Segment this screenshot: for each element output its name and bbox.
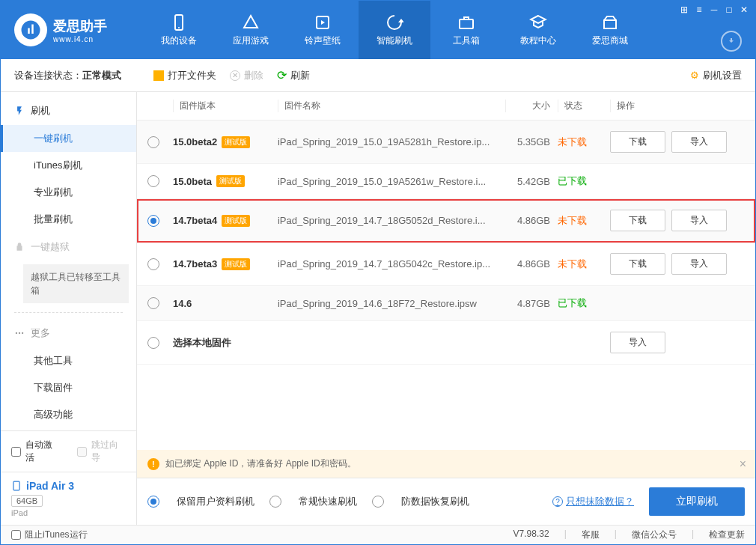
sidebar-item-flash-0[interactable]: 一键刷机	[1, 125, 136, 152]
radio-icon	[372, 496, 384, 508]
apple-id-warning: ! 如已绑定 Apple ID，请准备好 Apple ID和密码。 ×	[137, 450, 755, 478]
nav-icon	[170, 13, 188, 31]
firmware-version: 14.6	[173, 298, 278, 309]
firmware-size: 5.35GB	[505, 136, 558, 147]
window-apps-icon[interactable]: ⊞	[677, 4, 691, 16]
nav-apps[interactable]: 应用游戏	[215, 1, 287, 59]
flash-icon	[14, 106, 25, 116]
firmware-radio[interactable]	[147, 297, 159, 309]
nav-flash[interactable]: 智能刷机	[359, 1, 430, 59]
nav-ringtone[interactable]: 铃声壁纸	[287, 1, 359, 59]
firmware-radio[interactable]	[147, 337, 159, 349]
window-menu-icon[interactable]: ≡	[692, 4, 706, 16]
nav-device[interactable]: 我的设备	[143, 1, 215, 59]
warning-close-icon[interactable]: ×	[740, 457, 746, 471]
firmware-version: 15.0beta测试版	[173, 175, 278, 187]
sidebar-item-more-1[interactable]: 下载固件	[1, 374, 136, 401]
nav-tutorial[interactable]: 教程中心	[502, 1, 574, 59]
sidebar-flash-head[interactable]: 刷机	[1, 97, 136, 125]
more-icon	[14, 328, 25, 338]
erase-data-link[interactable]: ? 只想抹除数据？	[552, 495, 634, 508]
wechat-link[interactable]: 微信公众号	[632, 529, 677, 541]
folder-icon	[153, 70, 164, 81]
delete-icon: ✕	[230, 70, 240, 81]
import-button[interactable]: 导入	[610, 332, 665, 353]
window-minimize-icon[interactable]: ─	[707, 4, 721, 16]
sidebar-item-flash-1[interactable]: iTunes刷机	[1, 152, 136, 179]
nav-icon	[529, 13, 547, 31]
beta-tag: 测试版	[222, 215, 250, 227]
firmware-row[interactable]: 选择本地固件 导入	[137, 321, 755, 365]
sidebar-item-flash-3[interactable]: 批量刷机	[1, 206, 136, 233]
customer-service-link[interactable]: 客服	[582, 529, 600, 541]
keep-data-option[interactable]: 保留用户资料刷机	[147, 495, 254, 508]
import-button[interactable]: 导入	[671, 131, 727, 153]
flash-settings-button[interactable]: ⚙ 刷机设置	[690, 69, 742, 82]
normal-flash-option[interactable]: 常规快速刷机	[269, 495, 357, 508]
nav-store[interactable]: 爱思商城	[574, 1, 646, 59]
download-button[interactable]: 下载	[610, 253, 665, 275]
nav-toolbox[interactable]: 工具箱	[430, 1, 502, 59]
firmware-size: 4.87GB	[505, 298, 558, 309]
gear-icon: ⚙	[690, 70, 699, 81]
nav-icon	[457, 13, 475, 31]
flash-options-bar: 保留用户资料刷机 常规快速刷机 防数据恢复刷机 ? 只想抹除数据？ 立即刷机	[137, 478, 755, 525]
firmware-row[interactable]: 14.7beta4测试版 iPad_Spring_2019_14.7_18G50…	[137, 199, 755, 243]
block-itunes-checkbox[interactable]	[11, 530, 21, 540]
window-maximize-icon[interactable]: □	[722, 4, 736, 16]
anti-recovery-option[interactable]: 防数据恢复刷机	[372, 495, 469, 508]
nav-icon	[242, 13, 260, 31]
firmware-radio[interactable]	[147, 136, 159, 148]
beta-tag: 测试版	[216, 175, 245, 187]
firmware-filename: iPad_Spring_2019_14.7_18G5042c_Restore.i…	[278, 258, 505, 270]
svg-rect-4	[464, 17, 469, 19]
sidebar-jailbreak-head: 一键越狱	[1, 233, 136, 261]
download-button[interactable]: 下载	[610, 131, 665, 153]
device-info[interactable]: iPad Air 3 64GB iPad	[1, 472, 136, 525]
firmware-row[interactable]: 14.6 iPad_Spring_2019_14.6_18F72_Restore…	[137, 286, 755, 321]
firmware-radio[interactable]	[147, 215, 159, 227]
firmware-size: 5.42GB	[505, 176, 558, 187]
firmware-size: 4.86GB	[505, 258, 558, 270]
import-button[interactable]: 导入	[671, 210, 727, 231]
firmware-row[interactable]: 15.0beta2测试版 iPad_Spring_2019_15.0_19A52…	[137, 121, 755, 164]
skip-guide-checkbox	[77, 447, 87, 457]
window-controls: ⊞ ≡ ─ □ ✕	[673, 1, 755, 19]
svg-point-1	[178, 27, 180, 28]
beta-tag: 测试版	[222, 136, 250, 148]
open-folder-button[interactable]: 打开文件夹	[153, 69, 216, 82]
window-close-icon[interactable]: ✕	[737, 4, 751, 16]
nav-icon	[314, 13, 332, 31]
download-button[interactable]: 下载	[610, 210, 665, 231]
sidebar-item-flash-2[interactable]: 专业刷机	[1, 179, 136, 206]
check-update-link[interactable]: 检查更新	[709, 529, 745, 541]
version-label: V7.98.32	[513, 529, 549, 541]
sidebar: 刷机 一键刷机iTunes刷机专业刷机批量刷机 一键越狱 越狱工具已转移至工具箱…	[1, 92, 137, 525]
firmware-status: 已下载	[558, 174, 610, 188]
download-progress-icon[interactable]	[721, 31, 742, 52]
jailbreak-moved-note: 越狱工具已转移至工具箱	[23, 264, 129, 303]
refresh-button[interactable]: ⟳ 刷新	[277, 68, 310, 82]
flash-now-button[interactable]: 立即刷机	[649, 487, 745, 516]
firmware-radio[interactable]	[147, 258, 159, 270]
auto-activate-checkbox[interactable]	[11, 447, 21, 457]
import-button[interactable]: 导入	[671, 253, 727, 275]
beta-tag: 测试版	[222, 258, 250, 270]
firmware-row[interactable]: 14.7beta3测试版 iPad_Spring_2019_14.7_18G50…	[137, 243, 755, 286]
sidebar-item-more-2[interactable]: 高级功能	[1, 401, 136, 428]
firmware-radio[interactable]	[147, 175, 159, 187]
firmware-status: 未下载	[558, 136, 610, 149]
sidebar-item-more-0[interactable]: 其他工具	[1, 347, 136, 374]
firmware-size: 4.86GB	[505, 215, 558, 226]
logo-icon	[14, 13, 47, 46]
firmware-filename: iPad_Spring_2019_14.7_18G5052d_Restore.i…	[278, 215, 505, 226]
lock-icon	[14, 242, 25, 252]
block-itunes-option[interactable]: 阻止iTunes运行	[11, 529, 88, 541]
logo-title: 爱思助手	[53, 17, 107, 35]
sidebar-more-head[interactable]: 更多	[1, 319, 136, 347]
delete-button[interactable]: ✕ 删除	[230, 69, 263, 82]
firmware-status: 已下载	[558, 296, 610, 310]
status-bar: 阻止iTunes运行 V7.98.32 | 客服 | 微信公众号 | 检查更新	[1, 525, 755, 544]
svg-point-8	[22, 332, 23, 334]
firmware-row[interactable]: 15.0beta测试版 iPad_Spring_2019_15.0_19A526…	[137, 164, 755, 199]
